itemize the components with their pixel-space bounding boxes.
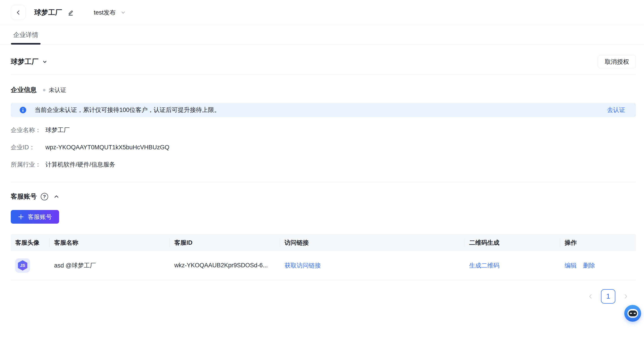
generate-qrcode-link[interactable]: 生成二维码 bbox=[469, 262, 499, 269]
service-account-title: 客服账号 bbox=[11, 192, 37, 201]
divider bbox=[11, 74, 636, 75]
field-label: 所属行业： bbox=[11, 160, 46, 168]
field-label: 企业ID： bbox=[11, 143, 46, 151]
tab-bar: 企业详情 bbox=[0, 25, 644, 45]
go-verify-link[interactable]: 去认证 bbox=[607, 106, 625, 114]
add-service-account-button[interactable]: 客服账号 bbox=[11, 210, 59, 224]
field-label: 企业名称： bbox=[11, 126, 46, 134]
plus-icon bbox=[18, 214, 28, 220]
field-value: 计算机软件/硬件/信息服务 bbox=[46, 160, 115, 168]
field-value: 球梦工厂 bbox=[46, 126, 70, 134]
page-title: 球梦工厂 bbox=[34, 8, 62, 17]
col-actions: 操作 bbox=[560, 239, 636, 247]
chevron-left-icon bbox=[16, 10, 21, 15]
enterprise-section-header: 球梦工厂 取消授权 bbox=[11, 55, 636, 68]
table-header-row: 客服头像 客服名称 客服ID 访问链接 二维码生成 操作 bbox=[11, 234, 636, 251]
status-badge: 未认证 bbox=[49, 86, 66, 94]
info-icon bbox=[20, 107, 26, 113]
add-button-label: 客服账号 bbox=[28, 213, 52, 221]
enterprise-info-header: 企业信息 未认证 bbox=[11, 86, 636, 94]
avatar-cell: JS bbox=[11, 258, 49, 273]
back-button[interactable] bbox=[11, 5, 26, 20]
divider bbox=[11, 182, 636, 182]
edit-title-button[interactable] bbox=[68, 9, 74, 16]
revoke-authorization-button[interactable]: 取消授权 bbox=[598, 55, 636, 68]
service-id-cell: wkz-YKOQAAUB2Kpr9SDOSd-6... bbox=[170, 262, 280, 269]
col-avatar: 客服头像 bbox=[11, 239, 49, 247]
chevron-down-icon bbox=[116, 10, 126, 15]
hexagon-avatar-icon: JS bbox=[18, 260, 27, 271]
verification-banner: 当前企业未认证，累计仅可接待100位客户，认证后可提升接待上限。 去认证 bbox=[11, 103, 636, 117]
table-row: JS asd @球梦工厂 wkz-YKOQAAUB2Kpr9SDOSd-6...… bbox=[11, 251, 636, 280]
top-bar: 球梦工厂 test发布 bbox=[0, 0, 644, 25]
service-name-cell: asd @球梦工厂 bbox=[49, 262, 170, 270]
next-page-button[interactable] bbox=[623, 294, 629, 299]
avatar: JS bbox=[15, 258, 30, 273]
col-id: 客服ID bbox=[170, 239, 280, 247]
current-page-button[interactable]: 1 bbox=[601, 289, 615, 304]
enterprise-info-title: 企业信息 bbox=[11, 86, 37, 94]
chevron-down-icon bbox=[38, 59, 48, 64]
tab-enterprise-detail[interactable]: 企业详情 bbox=[12, 25, 39, 44]
edit-link[interactable]: 编辑 bbox=[565, 262, 577, 270]
banner-message: 当前企业未认证，累计仅可接待100位客户，认证后可提升接待上限。 bbox=[35, 106, 220, 114]
main-content: 球梦工厂 取消授权 企业信息 未认证 当前企业未认证，累计仅可接待100位客户，… bbox=[0, 55, 644, 304]
tab-label: 企业详情 bbox=[13, 31, 38, 39]
release-label: test发布 bbox=[94, 8, 116, 16]
enterprise-name-dropdown[interactable]: 球梦工厂 bbox=[11, 57, 48, 66]
robot-icon bbox=[628, 309, 638, 318]
assistant-fab-button[interactable] bbox=[624, 305, 641, 322]
col-name: 客服名称 bbox=[49, 239, 170, 247]
field-enterprise-name: 企业名称： 球梦工厂 bbox=[11, 126, 636, 134]
field-enterprise-id: 企业ID： wpz-YKOQAAYT0MQUT1kX5buHcVHBUzGQ bbox=[11, 143, 636, 151]
delete-link[interactable]: 删除 bbox=[583, 262, 595, 270]
pencil-icon bbox=[68, 9, 74, 16]
enterprise-name: 球梦工厂 bbox=[11, 57, 38, 66]
field-value: wpz-YKOQAAYT0MQUT1kX5buHcVHBUzGQ bbox=[46, 144, 169, 151]
release-selector[interactable]: test发布 bbox=[94, 8, 126, 16]
field-industry: 所属行业： 计算机软件/硬件/信息服务 bbox=[11, 160, 636, 168]
col-link: 访问链接 bbox=[280, 239, 464, 247]
service-account-header: 客服账号 ? bbox=[11, 192, 636, 201]
chevron-up-icon[interactable] bbox=[54, 194, 59, 200]
prev-page-button[interactable] bbox=[588, 294, 594, 299]
status-dot bbox=[43, 89, 46, 91]
get-access-link[interactable]: 获取访问链接 bbox=[284, 262, 321, 269]
service-account-table: 客服头像 客服名称 客服ID 访问链接 二维码生成 操作 JS asd @球梦工… bbox=[11, 234, 636, 280]
pagination: 1 bbox=[11, 289, 636, 304]
col-qrcode: 二维码生成 bbox=[464, 239, 560, 247]
help-icon[interactable]: ? bbox=[41, 193, 48, 200]
